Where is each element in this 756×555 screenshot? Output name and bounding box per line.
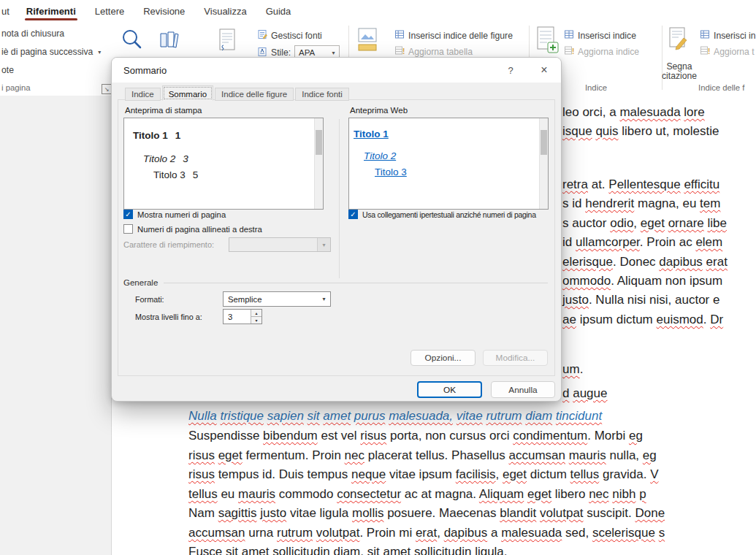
books-icon — [158, 41, 180, 53]
cancel-button-label: Annulla — [508, 385, 537, 395]
preview-page-number: 3 — [183, 153, 188, 164]
style-label: Stile: — [271, 47, 291, 58]
dialog-tab-sommario[interactable]: Sommario — [162, 85, 213, 101]
next-footnote-label: iè di pagina successiva — [1, 47, 93, 57]
update-authorities-icon: ! — [700, 45, 710, 58]
insert-table-of-figures-button[interactable]: Inserisci indice delle figure — [394, 29, 513, 42]
insert-endnote-button[interactable]: nota di chiusura — [1, 28, 64, 39]
svg-text:!: ! — [572, 47, 574, 56]
general-group: Generale — [123, 278, 548, 287]
formats-combobox[interactable]: Semplice ▾ — [223, 291, 331, 307]
insert-index-label: Inserisci indice — [578, 31, 636, 41]
document-paragraph-line: risus eget fermentum. Proin nec placerat… — [188, 448, 657, 464]
cancel-button[interactable]: Annulla — [491, 381, 555, 398]
smart-lookup-button[interactable] — [119, 27, 145, 56]
web-preview-scrollbar[interactable] — [539, 118, 548, 209]
update-table-of-authorities-label: Aggiorna t — [714, 47, 755, 57]
modify-button-label: Modifica... — [496, 353, 535, 363]
print-preview-content: Titolo 11Titolo 23Titolo 35 — [124, 118, 323, 209]
show-notes-button[interactable]: ote — [1, 65, 14, 75]
document-text-fragment: s id hendrerit magna, eu tem — [562, 196, 720, 212]
manage-sources-label: Gestisci fonti — [271, 31, 322, 41]
chevron-down-icon[interactable]: ▾ — [318, 292, 330, 306]
table-of-figures-icon — [394, 29, 405, 42]
document-text-fragment: justo. Nulla nisi nisi, auctor e — [562, 292, 719, 308]
chevron-down-icon: ▾ — [317, 238, 330, 251]
manage-sources-icon — [257, 29, 267, 42]
footnotes-dialog-launcher[interactable]: ↘ — [102, 84, 112, 94]
group-divider-line — [164, 283, 548, 283]
manage-sources-button[interactable]: Gestisci fonti — [257, 29, 322, 42]
close-icon: × — [541, 64, 547, 77]
update-index-icon: ! — [564, 45, 574, 58]
app-tab-lettere[interactable]: Lettere — [85, 0, 134, 22]
app-tab-revisione[interactable]: Revisione — [134, 0, 194, 22]
show-levels-value: 3 — [224, 310, 251, 324]
insert-index-button[interactable]: Inserisci indice — [564, 29, 636, 42]
scrollbar-thumb[interactable] — [541, 130, 547, 155]
insert-index-big-button[interactable] — [535, 26, 560, 58]
web-preview-entry-2: Titolo 2 — [364, 150, 396, 161]
show-page-numbers-checkbox[interactable]: ✓ Mostra numeri di pagina — [123, 210, 226, 219]
dialog-tab-indice-delle-figure[interactable]: Indice delle figure — [215, 88, 294, 101]
insert-table-of-authorities-button[interactable]: Inserisci in — [700, 29, 756, 42]
spinner-buttons: ▴ ▾ — [251, 310, 261, 324]
update-index-label: Aggiorna indice — [578, 47, 639, 57]
mark-citation-label-2: citazione — [654, 71, 705, 81]
app-tab-visualizza[interactable]: Visualizza — [194, 0, 256, 22]
insert-citation-button[interactable] — [217, 28, 237, 57]
web-preview-content: Titolo 1Titolo 2Titolo 3 — [349, 118, 548, 209]
document-paragraph-line: Fusce sit amet sollicitudin diam, sit am… — [188, 544, 508, 555]
chevron-down-icon[interactable]: ▾ — [328, 50, 339, 56]
document-paragraph-line: risus tempus id. Duis tempus neque vitae… — [188, 467, 659, 483]
app-tab-ut[interactable]: ut — [0, 0, 17, 22]
mark-citation-button[interactable] — [667, 26, 689, 58]
caption-picture-icon — [356, 45, 378, 57]
show-page-numbers-label: Mostra numeri di pagina — [137, 210, 226, 219]
right-align-page-numbers-checkbox[interactable]: Numeri di pagina allineati a destra — [123, 224, 262, 234]
checkbox-icon — [123, 224, 133, 234]
dialog-tab-indice-fonti[interactable]: Indice fonti — [295, 88, 349, 101]
web-preview-entry-3: Titolo 3 — [375, 166, 407, 177]
spinner-up-icon[interactable]: ▴ — [251, 310, 261, 317]
update-table-label: Aggiorna tabella — [408, 47, 473, 57]
document-heading: Nulla tristique sapien sit amet purus ma… — [188, 408, 602, 424]
scrollbar-thumb[interactable] — [316, 130, 322, 155]
print-preview-scrollbar[interactable] — [314, 118, 323, 209]
spinner-down-icon[interactable]: ▾ — [251, 317, 261, 324]
show-levels-spinner[interactable]: 3 ▴ ▾ — [223, 309, 262, 324]
checkbox-icon: ✓ — [348, 210, 358, 219]
close-button[interactable]: × — [527, 58, 561, 83]
insert-caption-button[interactable] — [356, 26, 378, 58]
help-icon: ? — [508, 65, 513, 76]
update-table-of-authorities-button[interactable]: ! Aggiorna t — [700, 45, 755, 58]
update-table-button[interactable]: ! Aggiorna tabella — [394, 45, 473, 58]
document-text-fragment: retra at. Pellentesque efficitu — [562, 177, 719, 193]
document-text-fragment: s auctor odio, eget ornare libe — [562, 215, 727, 231]
footnotes-group-label: i pagina — [1, 83, 31, 92]
document-text-fragment: um. — [562, 361, 583, 378]
search-icon — [119, 43, 145, 56]
document-text-fragment: leo orci, a malesuada lore — [562, 104, 705, 120]
document-text-fragment: id ullamcorper. Proin ac elem — [562, 234, 722, 250]
help-button[interactable]: ? — [494, 58, 527, 83]
authorities-group-label: Indice delle f — [698, 83, 744, 92]
app-tab-riferimenti[interactable]: Riferimenti — [17, 0, 85, 22]
ok-button[interactable]: OK — [417, 381, 482, 398]
use-hyperlinks-checkbox[interactable]: ✓ Usa collegamenti ipertestuali anziché … — [348, 210, 536, 219]
insert-index-icon — [535, 45, 560, 57]
tab-leader-combobox: ▾ — [229, 237, 331, 252]
chevron-down-icon: ▾ — [98, 49, 101, 56]
options-button[interactable]: Opzioni... — [411, 350, 476, 366]
document-paragraph-line: tellus eu mauris commodo consectetur ac … — [188, 486, 646, 502]
document-paragraph-line: Suspendisse bibendum est vel risus porta… — [188, 428, 643, 444]
update-index-button[interactable]: ! Aggiorna indice — [564, 45, 639, 58]
modify-button[interactable]: Modifica... — [483, 350, 548, 366]
app-tab-guida[interactable]: Guida — [256, 0, 301, 22]
document-gutter — [0, 96, 112, 555]
researcher-button[interactable] — [158, 29, 180, 54]
print-preview-entry-3: Titolo 35 — [153, 169, 198, 180]
next-footnote-button[interactable]: iè di pagina successiva ▾ — [1, 47, 101, 57]
dialog-tab-indice[interactable]: Indice — [125, 88, 161, 101]
print-preview-entry-2: Titolo 23 — [143, 153, 188, 164]
